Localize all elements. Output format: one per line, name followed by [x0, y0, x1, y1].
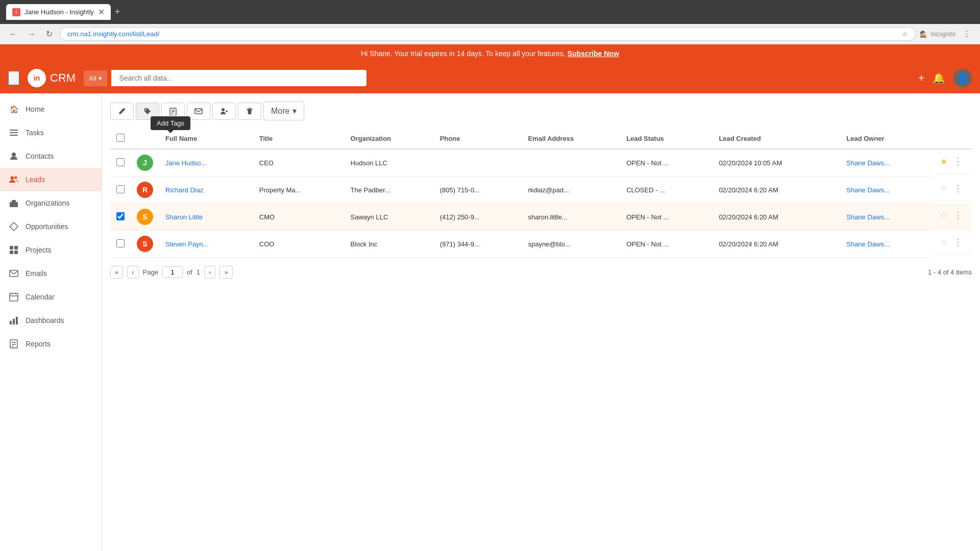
- sidebar-label-reports: Reports: [26, 340, 51, 348]
- calendar-icon: [8, 291, 19, 303]
- first-page-button[interactable]: «: [110, 266, 123, 279]
- contacts-icon: [8, 151, 19, 162]
- notifications-icon[interactable]: 🔔: [933, 72, 945, 84]
- table-row: S Sharon Little CMO Sawayn LLC (412) 250…: [110, 204, 972, 231]
- svg-point-3: [12, 153, 16, 157]
- user-avatar-button[interactable]: 👤: [953, 69, 972, 87]
- sidebar-label-leads: Leads: [26, 176, 45, 184]
- browser-tab[interactable]: i Jane Hudson - Insightly ✕: [6, 4, 111, 20]
- lead-status-1: OPEN - Not ...: [620, 149, 713, 177]
- sidebar-item-home[interactable]: 🏠 Home: [0, 97, 102, 121]
- chevron-down-icon: ▾: [99, 74, 102, 82]
- hamburger-button[interactable]: ☰: [8, 71, 19, 85]
- new-tab-button[interactable]: +: [115, 7, 120, 17]
- row-checkbox-4[interactable]: [116, 239, 125, 247]
- header-icons: + 🔔 👤: [918, 69, 972, 87]
- svg-point-4: [11, 177, 14, 180]
- more-button[interactable]: More ▾: [263, 102, 304, 120]
- sidebar-item-tasks[interactable]: Tasks: [0, 121, 102, 144]
- search-input[interactable]: [111, 70, 366, 86]
- sidebar-item-contacts[interactable]: Contacts: [0, 144, 102, 168]
- sidebar-item-calendar[interactable]: Calendar: [0, 285, 102, 309]
- col-lead-created: Lead Created: [713, 129, 840, 149]
- last-page-button[interactable]: »: [219, 266, 232, 279]
- lead-name-1[interactable]: Jane Hudso...: [165, 159, 206, 167]
- lead-title-3: CMO: [253, 204, 345, 231]
- prev-page-button[interactable]: ‹: [127, 266, 138, 279]
- lead-org-1: Hudson LLC: [345, 149, 434, 177]
- delete-button[interactable]: [238, 103, 261, 120]
- sidebar-item-organizations[interactable]: Organizations: [0, 191, 102, 215]
- lead-owner-1[interactable]: Shane Daws...: [840, 149, 934, 177]
- lead-owner-2[interactable]: Shane Daws...: [840, 177, 934, 204]
- tasks-icon: [8, 127, 19, 138]
- star-icon-3[interactable]: ☆: [940, 210, 947, 220]
- row-more-icon-1[interactable]: ⋮: [950, 155, 966, 168]
- select-all-checkbox[interactable]: [116, 134, 125, 142]
- logo-area: in CRM: [28, 69, 76, 87]
- lead-title-1: CEO: [253, 149, 345, 177]
- sidebar-item-dashboards[interactable]: Dashboards: [0, 309, 102, 332]
- sidebar-label-projects: Projects: [26, 246, 52, 254]
- pagination: « ‹ Page of 1 › » 1 - 4 of 4 items: [110, 266, 972, 279]
- next-page-button[interactable]: ›: [204, 266, 215, 279]
- table-row: R Richard Diaz Property Ma... The Padber…: [110, 177, 972, 204]
- lead-name-3[interactable]: Sharon Little: [165, 213, 203, 221]
- add-button[interactable]: +: [918, 72, 924, 84]
- tab-close-button[interactable]: ✕: [98, 7, 105, 17]
- forward-button[interactable]: →: [24, 28, 39, 41]
- incognito-indicator: 🕵 Incognito: [920, 31, 955, 38]
- lead-org-3: Sawayn LLC: [345, 204, 434, 231]
- lead-owner-4[interactable]: Shane Daws...: [840, 231, 934, 258]
- star-icon-2[interactable]: ☆: [940, 183, 947, 193]
- lead-phone-2: (805) 715-0...: [434, 177, 522, 204]
- subscribe-link[interactable]: Subscribe Now: [568, 49, 619, 58]
- trial-message: Hi Shane. Your trial expires in 14 days.…: [361, 49, 566, 58]
- row-checkbox-3[interactable]: [116, 212, 125, 220]
- lead-email-1: [522, 149, 620, 177]
- email-button[interactable]: [187, 103, 210, 120]
- logo-crm-text: CRM: [50, 71, 76, 85]
- sidebar-label-opportunities: Opportunities: [26, 222, 68, 231]
- menu-button[interactable]: ⋮: [960, 27, 974, 41]
- svg-rect-10: [14, 246, 18, 249]
- lead-owner-3[interactable]: Shane Daws...: [840, 204, 934, 231]
- svg-rect-11: [10, 251, 13, 254]
- star-icon-4[interactable]: ☆: [940, 237, 947, 247]
- refresh-button[interactable]: ↻: [43, 27, 56, 41]
- sidebar-label-contacts: Contacts: [26, 152, 54, 160]
- row-more-icon-4[interactable]: ⋮: [950, 236, 966, 249]
- row-more-icon-3[interactable]: ⋮: [950, 209, 966, 222]
- leads-icon: [8, 174, 19, 185]
- sidebar-item-opportunities[interactable]: Opportunities: [0, 215, 102, 238]
- row-checkbox-2[interactable]: [116, 185, 125, 193]
- bookmark-icon[interactable]: ☆: [902, 30, 908, 38]
- svg-rect-12: [14, 251, 18, 254]
- avatar-4: S: [137, 236, 153, 252]
- edit-button[interactable]: [110, 103, 134, 120]
- svg-rect-18: [10, 321, 12, 324]
- home-icon: 🏠: [8, 104, 19, 115]
- lead-name-4[interactable]: Steven Payn...: [165, 240, 209, 248]
- svg-rect-14: [10, 293, 18, 301]
- svg-rect-0: [10, 130, 18, 131]
- sidebar-item-reports[interactable]: Reports: [0, 332, 102, 356]
- address-bar[interactable]: crm.na1.insightly.com/list/Lead/ ☆: [60, 27, 916, 41]
- tab-title: Jane Hudson - Insightly: [24, 8, 94, 16]
- row-checkbox-1[interactable]: [116, 158, 125, 166]
- assign-button[interactable]: [212, 103, 236, 120]
- row-more-icon-2[interactable]: ⋮: [950, 182, 966, 195]
- svg-point-25: [145, 109, 146, 110]
- page-number-input[interactable]: [162, 266, 183, 278]
- star-icon-1[interactable]: ★: [940, 157, 947, 166]
- sidebar-item-projects[interactable]: Projects: [0, 238, 102, 262]
- search-scope-button[interactable]: All ▾: [84, 70, 107, 86]
- emails-icon: [8, 268, 19, 279]
- total-pages: 1: [197, 268, 200, 276]
- sidebar-item-emails[interactable]: Emails: [0, 262, 102, 285]
- back-button[interactable]: ←: [6, 28, 20, 41]
- search-area: All ▾: [84, 70, 910, 86]
- sidebar-item-leads[interactable]: Leads: [0, 168, 102, 191]
- lead-status-3: OPEN - Not ...: [620, 204, 713, 231]
- lead-name-2[interactable]: Richard Diaz: [165, 186, 203, 194]
